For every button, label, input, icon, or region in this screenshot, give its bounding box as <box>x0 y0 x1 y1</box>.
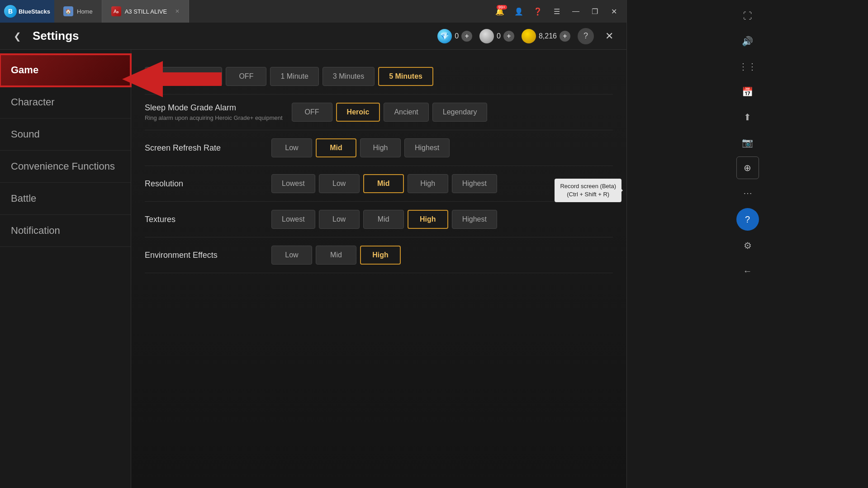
sleep-1min-btn[interactable]: 1 Minute <box>270 67 318 86</box>
res-mid-btn[interactable]: Mid <box>363 174 404 193</box>
grade-legendary-btn[interactable]: Legendary <box>432 103 488 122</box>
title-bar: B BlueStacks 🏠 Home A₃ A3 STILL ALIVE ✕ … <box>0 0 626 23</box>
settings-panel: Tap to Sleep Now OFF 1 Minute 3 Minutes … <box>131 50 626 488</box>
env-high-btn[interactable]: High <box>360 246 401 265</box>
macro-btn[interactable]: 📅 <box>736 81 759 103</box>
close-settings-button[interactable]: ✕ <box>601 28 617 44</box>
screenshot-btn[interactable]: 📷 <box>736 131 759 154</box>
sidebar-convenience-label: Convenience Functions <box>11 161 115 172</box>
menu-btn[interactable]: ☰ <box>548 3 566 19</box>
sidebar-character-label: Character <box>11 96 55 108</box>
sidebar-item-character[interactable]: Character <box>0 86 131 118</box>
resolution-row: Resolution Lowest Low Mid High Highest <box>145 166 613 202</box>
sidebar-game-label: Game <box>11 64 38 76</box>
help-btn-top[interactable]: ❓ <box>529 3 547 19</box>
fullscreen-btn[interactable]: ⛶ <box>736 5 759 27</box>
close-window-btn[interactable]: ✕ <box>605 3 623 19</box>
main-content: ❮ Settings 💎 0 + 0 + 8,216 + ? ✕ Game <box>0 23 626 488</box>
sidebar-item-notification[interactable]: Notification <box>0 215 131 247</box>
home-tab-icon: 🏠 <box>63 6 73 16</box>
res-low-btn[interactable]: Low <box>319 174 360 193</box>
env-low-btn[interactable]: Low <box>271 246 312 265</box>
gem-currency: 💎 0 + <box>437 29 472 43</box>
res-highest-btn[interactable]: Highest <box>452 174 497 193</box>
keyboard-btn[interactable]: ⋮⋮ <box>736 55 759 78</box>
refresh-rate-label: Screen Refresh Rate <box>145 143 262 153</box>
sidebar: Game Character Sound Convenience Functio… <box>0 50 131 488</box>
screen-refresh-rate-row: Screen Refresh Rate Low Mid High Highest <box>145 130 613 166</box>
gold-currency: 8,216 + <box>522 29 570 43</box>
env-mid-btn[interactable]: Mid <box>316 246 356 265</box>
sleep-grade-label: Sleep Mode Grade Alarm Ring alarm upon a… <box>145 103 283 121</box>
env-effects-options: Low Mid High <box>271 246 401 265</box>
sleep-grade-alarm-row: Sleep Mode Grade Alarm Ring alarm upon a… <box>145 95 613 130</box>
gold-icon <box>522 29 536 43</box>
textures-options: Lowest Low Mid High Highest <box>271 210 497 229</box>
notification-bell[interactable]: 🔔 99+ <box>491 3 509 19</box>
window-controls: 🔔 99+ 👤 ❓ ☰ — ❐ ✕ <box>491 3 626 19</box>
sidebar-item-convenience[interactable]: Convenience Functions <box>0 151 131 183</box>
help-right-btn[interactable]: ? <box>736 208 759 231</box>
home-tab-label: Home <box>77 8 93 15</box>
sidebar-sound-label: Sound <box>11 128 40 140</box>
silver-currency: 0 + <box>479 29 514 43</box>
maximize-btn[interactable]: ❐ <box>586 3 604 19</box>
more-options-btn[interactable]: ⋯ <box>736 182 759 204</box>
gold-amount: 8,216 <box>539 32 557 40</box>
add-gem-button[interactable]: + <box>461 31 472 42</box>
page-title: Settings <box>33 29 79 43</box>
sleep-3min-btn[interactable]: 3 Minutes <box>323 67 375 86</box>
refresh-highest-btn[interactable]: Highest <box>404 138 450 157</box>
add-gold-button[interactable]: + <box>560 31 570 42</box>
tex-high-btn[interactable]: High <box>408 210 448 229</box>
tex-lowest-btn[interactable]: Lowest <box>271 210 315 229</box>
sleep-now-btn[interactable]: Tap to Sleep Now <box>145 67 222 86</box>
tex-highest-btn[interactable]: Highest <box>452 210 497 229</box>
header-bar: ❮ Settings 💎 0 + 0 + 8,216 + ? ✕ <box>0 23 626 50</box>
add-silver-button[interactable]: + <box>503 31 514 42</box>
settings-right-btn[interactable]: ⚙ <box>736 234 759 257</box>
game-tab-icon: A₃ <box>111 6 121 16</box>
textures-row: Textures Lowest Low Mid High Highest <box>145 202 613 237</box>
sidebar-battle-label: Battle <box>11 193 36 204</box>
sleep-mode-timer-row: Tap to Sleep Now OFF 1 Minute 3 Minutes … <box>145 59 613 95</box>
tex-low-btn[interactable]: Low <box>319 210 360 229</box>
resolution-options: Lowest Low Mid High Highest <box>271 174 497 193</box>
sidebar-item-game[interactable]: Game <box>0 54 131 86</box>
textures-label: Textures <box>145 215 262 224</box>
game-tab-label: A3 STILL ALIVE <box>125 8 167 15</box>
back-right-btn[interactable]: ← <box>736 260 759 282</box>
game-tab[interactable]: A₃ A3 STILL ALIVE ✕ <box>102 0 189 23</box>
account-btn[interactable]: 👤 <box>510 3 528 19</box>
res-high-btn[interactable]: High <box>408 174 448 193</box>
refresh-high-btn[interactable]: High <box>360 138 401 157</box>
back-button[interactable]: ❮ <box>9 28 25 44</box>
grade-heroic-btn[interactable]: Heroic <box>336 103 380 122</box>
game-tab-close[interactable]: ✕ <box>175 8 180 14</box>
sidebar-item-sound[interactable]: Sound <box>0 118 131 151</box>
refresh-low-btn[interactable]: Low <box>271 138 312 157</box>
sleep-mode-timer-options: Tap to Sleep Now OFF 1 Minute 3 Minutes … <box>145 67 433 86</box>
tex-mid-btn[interactable]: Mid <box>363 210 404 229</box>
env-effects-label: Environment Effects <box>145 251 262 260</box>
record-btn[interactable]: ⊕ <box>736 156 759 179</box>
right-panel: ⛶ 🔊 ⋮⋮ 📅 ⬆ 📷 ⊕ ⋯ ? ⚙ ← <box>626 0 868 488</box>
gem-amount: 0 <box>455 32 459 40</box>
volume-btn[interactable]: 🔊 <box>736 30 759 52</box>
sidebar-item-battle[interactable]: Battle <box>0 183 131 215</box>
minimize-btn[interactable]: — <box>567 3 585 19</box>
res-lowest-btn[interactable]: Lowest <box>271 174 315 193</box>
sleep-off-btn[interactable]: OFF <box>226 67 266 86</box>
grade-off-btn[interactable]: OFF <box>292 103 332 122</box>
grade-ancient-btn[interactable]: Ancient <box>384 103 428 122</box>
gem-icon: 💎 <box>437 29 452 43</box>
silver-icon <box>479 29 494 43</box>
help-button[interactable]: ? <box>578 28 594 44</box>
sleep-5min-btn[interactable]: 5 Minutes <box>378 67 433 86</box>
notif-badge: 99+ <box>497 5 507 9</box>
home-tab[interactable]: 🏠 Home <box>54 0 102 23</box>
refresh-mid-btn[interactable]: Mid <box>316 138 356 157</box>
install-apk-btn[interactable]: ⬆ <box>736 106 759 128</box>
resolution-label: Resolution <box>145 179 262 189</box>
body-layout: Game Character Sound Convenience Functio… <box>0 50 626 488</box>
